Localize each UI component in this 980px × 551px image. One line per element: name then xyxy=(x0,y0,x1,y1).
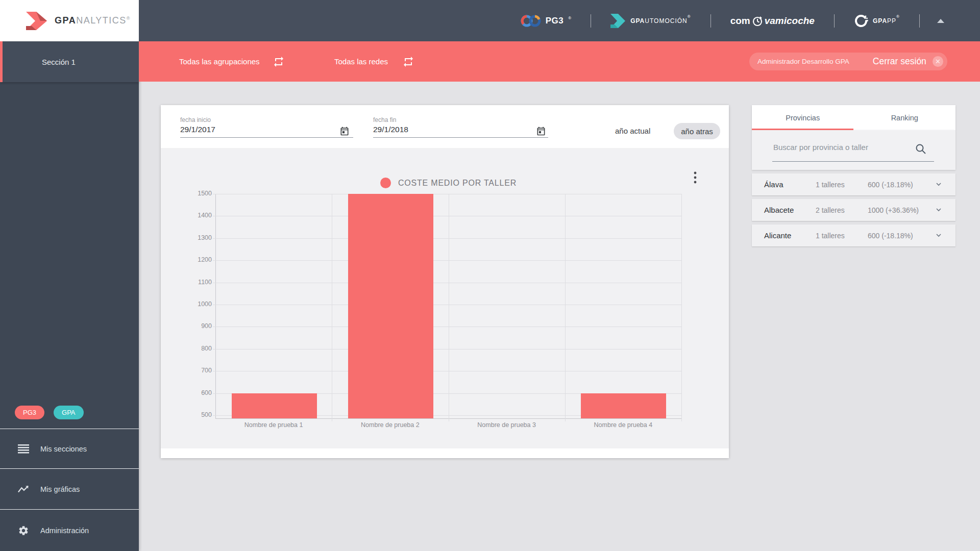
tab-ranking[interactable]: Ranking xyxy=(854,105,956,130)
divider xyxy=(919,14,920,28)
pg3-badge[interactable]: PG3 xyxy=(15,406,44,419)
collapse-caret-icon[interactable] xyxy=(937,19,944,23)
swap-icon xyxy=(402,56,414,68)
province-row-alava[interactable]: Álava 1 talleres 600 (-18.18%) xyxy=(752,173,955,195)
gpapp-app-link[interactable]: GPAPP® xyxy=(835,14,919,28)
x-axis-category-label: Nombre de prueba 3 xyxy=(451,421,563,429)
province-row-alicante[interactable]: Alicante 1 talleres 600 (-18.18%) xyxy=(752,224,955,246)
chart-bar[interactable] xyxy=(348,194,433,418)
gpautomocion-app-link[interactable]: GPAUTOMOCIÓN® xyxy=(591,14,710,28)
y-axis-tick-label: 1200 xyxy=(161,256,212,263)
user-name: Administrador Desarrollo GPA xyxy=(757,58,849,65)
sidebar-item-administracion[interactable]: Administración xyxy=(0,509,139,551)
y-axis-tick-label: 800 xyxy=(161,345,212,352)
y-axis-tick-label: 1100 xyxy=(161,279,212,286)
x-axis-category-label: Nombre de prueba 1 xyxy=(217,421,330,429)
chart-legend[interactable]: COSTE MEDIO POR TALLER xyxy=(215,178,681,188)
chart-menu-kebab-icon[interactable] xyxy=(691,171,700,186)
list-icon xyxy=(18,444,29,454)
sidebar-item-seccion-1[interactable]: Sección 1 xyxy=(0,41,139,82)
sidebar-item-mis-secciones[interactable]: Mis secciones xyxy=(0,429,139,468)
all-groupings-filter[interactable]: Todas las agrupaciones xyxy=(179,41,260,82)
calendar-icon[interactable] xyxy=(536,126,546,138)
chevron-down-icon[interactable] xyxy=(935,180,943,190)
chart-bar[interactable] xyxy=(232,393,317,418)
swap-networks-button[interactable] xyxy=(402,41,414,82)
chart-title: COSTE MEDIO POR TALLER xyxy=(398,179,517,188)
top-app-bar: PG3® GPAUTOMOCIÓN® com vamicoche xyxy=(139,0,980,41)
chart-card: fecha inicio fecha fin año actual año at… xyxy=(161,105,729,458)
all-networks-filter[interactable]: Todas las redes xyxy=(334,41,388,82)
tab-provincias[interactable]: Provincias xyxy=(752,105,854,130)
input-underline xyxy=(180,137,353,138)
menu-label: Administración xyxy=(40,527,89,535)
gridline xyxy=(213,238,682,239)
y-axis-tick-label: 1500 xyxy=(161,190,212,197)
gridline xyxy=(449,194,449,421)
filter-bar: Todas las agrupaciones Todas las redes A… xyxy=(139,41,980,82)
gridline xyxy=(565,194,566,421)
gridline xyxy=(213,349,682,349)
gridline xyxy=(213,260,682,261)
chevron-down-icon[interactable] xyxy=(935,231,943,241)
gridline xyxy=(213,327,682,327)
gear-icon xyxy=(18,525,29,536)
logout-button[interactable]: Cerrar sesión xyxy=(873,56,926,67)
search-icon[interactable] xyxy=(915,143,926,157)
gridline xyxy=(213,371,682,371)
current-year-button[interactable]: año actual xyxy=(615,127,650,135)
date-start-input[interactable] xyxy=(180,125,282,134)
screen: GPANALYTICS® PG3® GPAUTOMOCIÓN® xyxy=(0,0,980,551)
gridline xyxy=(213,305,682,305)
gridline xyxy=(213,283,682,283)
pg3-infinity-icon xyxy=(521,14,541,28)
swap-icon xyxy=(273,56,285,68)
gpautomocion-arrow-icon xyxy=(610,14,626,28)
date-start-label: fecha inicio xyxy=(180,116,211,123)
clock-icon xyxy=(752,15,763,27)
province-value: 600 (-18.18%) xyxy=(868,181,913,189)
menu-label: Mis secciones xyxy=(40,445,87,453)
y-axis-tick-label: 1300 xyxy=(161,234,212,241)
y-axis-tick-label: 600 xyxy=(161,389,212,396)
gpapp-label: GPAPP® xyxy=(873,17,900,24)
province-talleres: 1 talleres xyxy=(816,181,845,189)
chevron-down-icon[interactable] xyxy=(935,206,943,216)
y-axis-tick-label: 500 xyxy=(161,411,212,418)
date-end-input[interactable] xyxy=(373,125,475,134)
comprovamicoche-app-link[interactable]: com vamicoche xyxy=(711,15,834,27)
swap-groupings-button[interactable] xyxy=(273,41,285,82)
legend-dot xyxy=(380,178,391,188)
sidebar: Sección 1 PG3 GPA Mis secciones Mis gráf… xyxy=(0,41,139,551)
close-session-icon[interactable]: ✕ xyxy=(933,56,943,67)
pg3-app-link[interactable]: PG3® xyxy=(501,14,591,28)
x-axis-category-label: Nombre de prueba 2 xyxy=(334,421,446,429)
province-talleres: 2 talleres xyxy=(816,206,845,214)
calendar-icon[interactable] xyxy=(339,126,350,138)
pg3-label: PG3 xyxy=(546,16,564,26)
gpautomocion-label: GPAUTOMOCIÓN® xyxy=(630,17,691,24)
province-name: Albacete xyxy=(764,206,794,214)
sidebar-badges: PG3 GPA xyxy=(15,406,84,419)
gpapp-wrench-icon xyxy=(854,14,868,28)
chart-bar[interactable] xyxy=(581,393,666,418)
search-block xyxy=(752,130,955,170)
panel-tabs: Provincias Ranking xyxy=(752,105,955,130)
province-row-albacete[interactable]: Albacete 2 talleres 1000 (+36.36%) xyxy=(752,199,955,221)
gpa-badge[interactable]: GPA xyxy=(54,406,84,419)
menu-label: Mis gráficas xyxy=(40,485,80,493)
province-name: Alicante xyxy=(764,231,791,240)
province-name: Álava xyxy=(764,180,783,189)
app-logo-text: GPANALYTICS® xyxy=(55,15,130,26)
user-session-pill: Administrador Desarrollo GPA Cerrar sesi… xyxy=(749,53,947,70)
search-underline xyxy=(772,161,934,162)
province-value: 1000 (+36.36%) xyxy=(868,206,919,214)
gridline xyxy=(213,216,682,216)
gpanalytics-arrow-icon xyxy=(25,10,48,32)
previous-year-button[interactable]: año atras xyxy=(674,123,720,139)
x-axis-category-label: Nombre de prueba 4 xyxy=(567,421,679,429)
sidebar-item-mis-graficas[interactable]: Mis gráficas xyxy=(0,468,139,509)
search-input[interactable] xyxy=(772,142,912,152)
gridline xyxy=(681,194,682,421)
plot-area xyxy=(215,194,682,419)
